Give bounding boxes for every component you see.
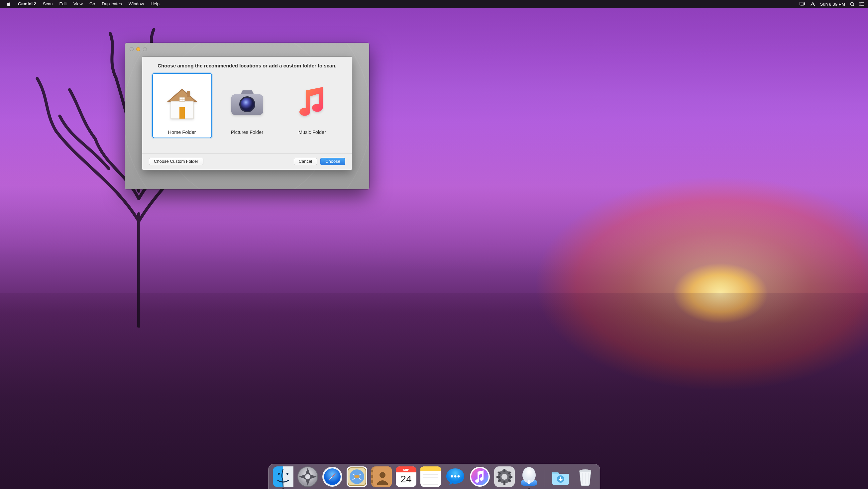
music-note-icon <box>285 77 340 128</box>
dock-app-settings[interactable] <box>494 466 515 487</box>
svg-rect-43 <box>421 469 441 471</box>
menu-go[interactable]: Go <box>86 0 98 8</box>
option-music-label: Music Folder <box>299 128 326 135</box>
svg-rect-8 <box>180 107 185 119</box>
app-window: Choose among the recommended locations o… <box>125 43 369 189</box>
choose-custom-folder-button[interactable]: Choose Custom Folder <box>149 158 204 165</box>
svg-point-46 <box>457 476 460 478</box>
option-pictures-folder[interactable]: Pictures Folder <box>217 73 277 138</box>
dock-app-gemini[interactable]: II <box>519 466 539 487</box>
status-app-icon[interactable] <box>810 2 815 6</box>
svg-rect-52 <box>503 481 505 485</box>
apple-menu[interactable] <box>3 2 14 6</box>
calendar-month: SEP <box>403 468 409 471</box>
svg-point-59 <box>501 474 507 480</box>
dock-container: SEP24 II <box>263 460 605 489</box>
svg-point-18 <box>278 473 280 475</box>
svg-rect-17 <box>283 466 293 487</box>
svg-point-14 <box>241 98 254 111</box>
dock-downloads-folder[interactable] <box>550 466 571 487</box>
dock-app-launchpad[interactable] <box>298 466 318 487</box>
option-music-folder[interactable]: Music Folder <box>282 73 342 138</box>
status-display-icon[interactable] <box>800 2 806 6</box>
dock-app-messages[interactable] <box>445 466 466 487</box>
spotlight-icon[interactable] <box>850 2 855 7</box>
sheet-actions: Choose Custom Folder Cancel Choose <box>142 154 352 170</box>
calendar-day: 24 <box>400 474 411 484</box>
svg-rect-54 <box>509 476 513 478</box>
dock-app-contacts[interactable] <box>371 466 392 487</box>
menu-view[interactable]: View <box>70 0 86 8</box>
svg-point-44 <box>451 476 453 478</box>
menu-bar: Gemini 2 Scan Edit View Go Duplicates Wi… <box>0 0 868 8</box>
window-zoom-button[interactable] <box>143 47 147 51</box>
dock-divider <box>545 470 545 487</box>
location-options: Home Folder Pict <box>142 71 352 154</box>
menu-duplicates[interactable]: Duplicates <box>98 0 125 8</box>
dock-app-calendar[interactable]: SEP24 <box>396 466 416 487</box>
cancel-button[interactable]: Cancel <box>294 158 317 165</box>
svg-rect-51 <box>503 469 505 472</box>
dock-app-finder[interactable] <box>273 466 293 487</box>
svg-point-3 <box>860 4 860 4</box>
dock: SEP24 II <box>268 464 600 489</box>
svg-point-22 <box>305 474 310 479</box>
menu-edit[interactable]: Edit <box>56 0 70 8</box>
window-minimize-button[interactable] <box>136 47 140 51</box>
option-home-folder[interactable]: Home Folder <box>152 73 212 138</box>
menu-clock[interactable]: Sun 8:39 PM <box>820 2 845 7</box>
choose-location-sheet: Choose among the recommended locations o… <box>142 57 352 170</box>
dock-app-itunes[interactable] <box>470 466 490 487</box>
sheet-title: Choose among the recommended locations o… <box>142 57 352 71</box>
svg-point-30 <box>354 475 360 478</box>
dock-trash[interactable] <box>575 466 595 487</box>
svg-rect-10 <box>187 91 190 97</box>
svg-rect-36 <box>371 475 373 478</box>
svg-point-19 <box>286 473 288 475</box>
window-close-button[interactable] <box>130 47 133 51</box>
menu-list-icon[interactable] <box>859 2 865 6</box>
svg-rect-53 <box>496 476 500 478</box>
menu-app-name[interactable]: Gemini 2 <box>14 0 39 8</box>
svg-point-48 <box>471 468 489 485</box>
menu-help[interactable]: Help <box>147 0 163 8</box>
option-pictures-label: Pictures Folder <box>231 128 264 135</box>
dock-app-safari[interactable] <box>322 466 343 487</box>
dock-app-notes[interactable] <box>421 466 441 487</box>
dock-app-mail[interactable] <box>347 466 367 487</box>
menu-scan[interactable]: Scan <box>39 0 56 8</box>
choose-button[interactable]: Choose <box>320 158 345 165</box>
svg-rect-35 <box>371 470 373 472</box>
svg-text:II: II <box>528 479 530 485</box>
svg-point-34 <box>379 472 385 478</box>
svg-point-2 <box>860 2 860 3</box>
home-icon <box>155 77 209 128</box>
svg-point-1 <box>850 2 854 5</box>
menu-window[interactable]: Window <box>125 0 147 8</box>
window-controls <box>130 47 147 51</box>
camera-icon <box>220 77 275 128</box>
svg-point-45 <box>454 476 456 478</box>
svg-rect-37 <box>371 480 373 483</box>
option-home-label: Home Folder <box>168 128 196 135</box>
svg-point-4 <box>860 5 860 6</box>
